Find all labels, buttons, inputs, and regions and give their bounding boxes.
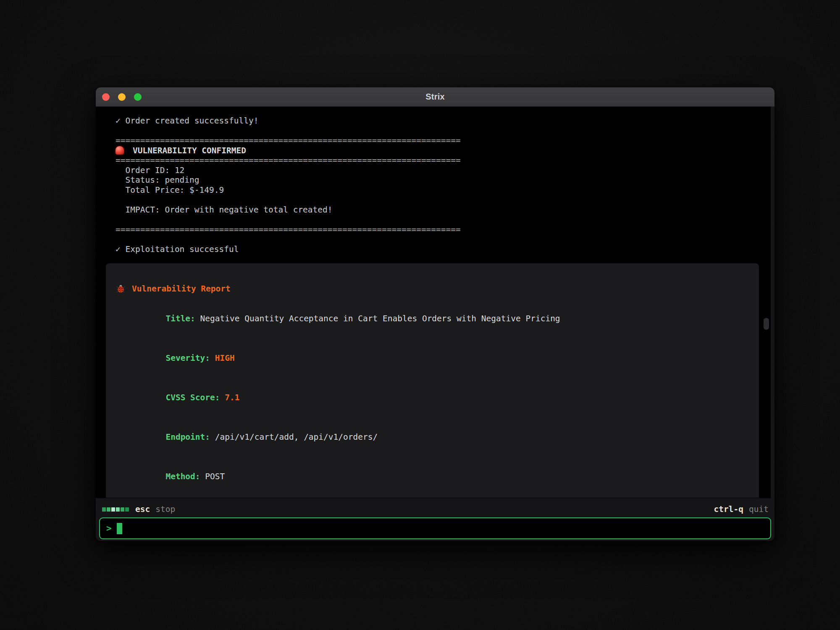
- vulnerability-confirmed-line: VULNERABILITY CONFIRMED: [96, 146, 771, 156]
- separator-line: ========================================…: [96, 136, 771, 146]
- report-heading-text: Vulnerability Report: [132, 284, 231, 294]
- method-value: POST: [205, 472, 225, 481]
- exploitation-success-line: ✓ Exploitation successful: [96, 244, 771, 255]
- scrollbar-thumb[interactable]: [764, 318, 769, 330]
- order-id-line: Order ID: 12: [96, 165, 771, 176]
- report-title-row: Title:Negative Quantity Acceptance in Ca…: [116, 304, 750, 333]
- report-heading: Vulnerability Report: [116, 284, 750, 294]
- order-success-line: ✓ Order created successfully!: [96, 116, 771, 126]
- quit-keybind: ctrl-q: [714, 504, 743, 514]
- window-titlebar[interactable]: Strix: [96, 87, 774, 107]
- total-price-line: Total Price: $-149.9: [96, 185, 771, 195]
- bug-icon: [116, 284, 125, 293]
- report-title-value: Negative Quantity Acceptance in Cart Ena…: [200, 314, 560, 323]
- footer-bar: esc stop ctrl-q quit >: [96, 498, 774, 541]
- command-input[interactable]: >: [99, 517, 771, 539]
- strix-terminal-window: Strix ✓ Order created successfully! ====…: [96, 87, 774, 541]
- order-status-line: Status: pending: [96, 175, 771, 185]
- separator-line: ========================================…: [96, 225, 771, 235]
- prompt-chevron: >: [106, 523, 112, 533]
- text-cursor: [117, 523, 122, 534]
- report-method-row: Method:POST: [116, 462, 750, 491]
- stop-label: stop: [155, 504, 175, 514]
- vulnerability-confirmed-text: VULNERABILITY CONFIRMED: [133, 146, 246, 156]
- report-cvss-score-row: CVSS Score:7.1: [116, 383, 750, 412]
- quit-label: quit: [749, 504, 769, 514]
- terminal-scroll-area[interactable]: ✓ Order created successfully! ==========…: [96, 107, 771, 498]
- separator-line: ========================================…: [96, 155, 771, 165]
- vulnerability-report-panel: Vulnerability Report Title:Negative Quan…: [106, 263, 759, 498]
- cvss-score-value: 7.1: [225, 393, 239, 402]
- window-title: Strix: [96, 92, 774, 102]
- endpoint-value: /api/v1/cart/add, /api/v1/orders/: [215, 432, 378, 442]
- impact-line: IMPACT: Order with negative total create…: [96, 205, 771, 215]
- status-row: esc stop ctrl-q quit: [96, 504, 774, 515]
- stop-keybind: esc: [135, 504, 150, 514]
- report-endpoint-row: Endpoint:/api/v1/cart/add, /api/v1/order…: [116, 422, 750, 452]
- severity-badge: HIGH: [215, 353, 235, 363]
- activity-spinner: [102, 507, 129, 512]
- report-severity-row: Severity:HIGH: [116, 343, 750, 373]
- siren-icon: [116, 146, 124, 155]
